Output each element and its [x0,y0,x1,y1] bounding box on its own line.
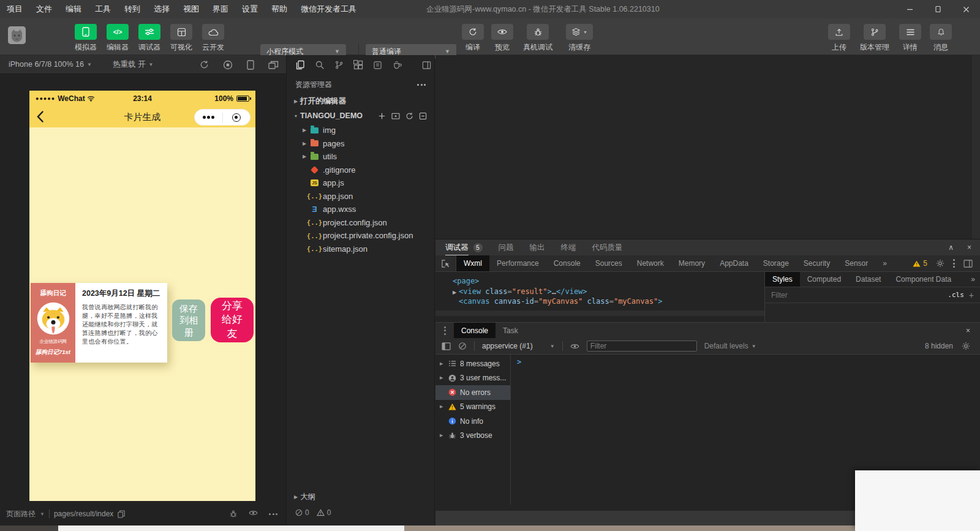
sidebar-toggle-icon[interactable] [442,342,451,350]
device-frame-icon[interactable] [247,60,254,70]
tree-item-sitemap[interactable]: {..} sitemap.json [287,243,434,256]
open-editors-section[interactable]: ▶ 打开的编辑器 [287,94,434,108]
project-root-folder[interactable]: ▼ TIANGOU_DEMO [287,109,434,122]
device-select[interactable]: iPhone 6/7/8 100% 16 ▼ [9,60,92,69]
menu-select[interactable]: 选择 [147,0,176,18]
filter-user-messages[interactable]: ▶ 3 user mess... [435,371,510,386]
tree-item-img[interactable]: ▶ img [287,124,434,137]
more-icon[interactable] [269,510,277,518]
menu-interface[interactable]: 界面 [206,0,235,18]
tab-terminal[interactable]: 终端 [561,243,576,253]
more-tabs-icon[interactable]: » [875,255,894,271]
save-to-album-button[interactable]: 保存到相册 [172,299,205,341]
maximize-button[interactable] [924,0,952,18]
filter-all-messages[interactable]: ▶ 8 messages [435,356,510,371]
tree-item-appjson[interactable]: {..} app.json [287,190,434,203]
more-tabs-icon[interactable]: » [971,272,980,287]
extensions-icon[interactable] [353,60,363,70]
styles-filter-input[interactable] [771,291,943,299]
clear-console-icon[interactable] [458,342,467,350]
tab-code-quality[interactable]: 代码质量 [592,243,623,253]
devtools-tab-appdata[interactable]: AppData [712,255,756,271]
drag-handle-icon[interactable] [435,323,454,338]
tree-item-projectconfig[interactable]: {..} project.config.json [287,216,434,230]
copy-icon[interactable] [118,510,125,518]
home-button[interactable] [223,113,251,122]
visual-toggle-button[interactable]: 可视化 [168,24,195,53]
filter-info[interactable]: No info [435,414,510,429]
editor-toggle-button[interactable]: </> 编辑器 [104,24,131,53]
horizontal-scrollbar[interactable] [435,311,764,316]
outline-section[interactable]: ▶ 大纲 [287,490,434,503]
collapse-all-icon[interactable] [419,112,427,120]
tea-icon[interactable] [392,61,402,69]
eye-icon[interactable] [570,343,579,350]
scrollbar-track[interactable] [972,55,980,239]
avatar[interactable] [8,26,26,44]
source-control-icon[interactable] [334,60,344,70]
record-icon[interactable] [223,60,233,70]
back-button[interactable] [37,111,43,122]
upload-button[interactable]: 上传 [826,24,853,53]
styles-tab-computed[interactable]: Computed [800,272,848,287]
tree-item-projectprivateconfig[interactable]: {..} project.private.config.json [287,229,434,243]
add-style-icon[interactable]: + [969,290,974,300]
menu-devtools[interactable]: 微信开发者工具 [294,0,363,18]
tab-problems[interactable]: 问题 [499,243,514,253]
tree-item-appjs[interactable]: JS app.js [287,176,434,190]
multi-window-icon[interactable] [268,61,279,69]
filter-verbose[interactable]: ▶ 3 verbose [435,429,510,443]
devtools-tab-network[interactable]: Network [630,255,671,271]
tree-item-appwxss[interactable]: Ǝ app.wxss [287,203,434,216]
messages-button[interactable]: 消息 [927,24,954,53]
gear-icon[interactable] [936,259,944,268]
refresh-icon[interactable] [405,112,413,120]
menu-edit[interactable]: 编辑 [59,0,88,18]
close-console-icon[interactable]: × [966,323,980,338]
search-icon[interactable] [315,60,325,70]
collapse-panel-icon[interactable]: ∧ [948,243,954,252]
close-panel-icon[interactable]: × [967,243,971,252]
cls-toggle[interactable]: .cls [948,291,964,299]
inspect-element-icon[interactable] [435,255,456,271]
devtools-tab-sources[interactable]: Sources [588,255,630,271]
context-select[interactable]: appservice (#1) ▼ [482,342,555,350]
split-layout-icon[interactable] [422,61,431,70]
console-tab-task[interactable]: Task [496,323,526,338]
menu-settings[interactable]: 设置 [235,0,265,18]
menu-view[interactable]: 视图 [176,0,206,18]
more-actions-icon[interactable] [417,84,426,86]
new-folder-icon[interactable] [391,112,400,120]
clear-cache-button[interactable]: ▼ 清缓存 [562,24,597,53]
wxml-tree-view[interactable]: <page>▶<view class="result">…</view><can… [435,272,764,316]
share-to-friend-button[interactable]: 分享给好友 [211,298,254,342]
debugger-toggle-button[interactable]: 调试器 [136,24,163,53]
preview-button[interactable]: 预览 [489,24,516,53]
minimize-button[interactable] [895,0,924,18]
new-file-icon[interactable] [378,112,386,120]
simulator-toggle-button[interactable]: 模拟器 [72,24,99,53]
bug-icon[interactable] [229,510,238,518]
device-debug-button[interactable]: 真机调试 [519,24,556,53]
devtools-tab-console[interactable]: Console [546,255,588,271]
close-button[interactable] [952,0,980,18]
filter-warnings[interactable]: ▶ 5 warnings [435,400,510,415]
gear-icon[interactable] [962,342,970,350]
styles-tab-componentdata[interactable]: Component Data [888,272,959,287]
version-control-button[interactable]: 版本管理 [856,24,893,53]
devtools-tab-security[interactable]: Security [796,255,837,271]
menu-help[interactable]: 帮助 [265,0,294,18]
more-button[interactable] [195,116,222,119]
tab-debugger[interactable]: 调试器 [445,243,469,253]
console-filter-input[interactable] [587,341,697,352]
log-levels-select[interactable]: Default levels ▼ [704,342,756,350]
dock-side-icon[interactable] [963,260,973,268]
warnings-indicator[interactable]: 5 [913,259,927,268]
menu-goto[interactable]: 转到 [118,0,147,18]
eye-icon[interactable] [249,510,258,518]
page-path-label[interactable]: 页面路径 [6,509,36,519]
kebab-menu-icon[interactable] [953,259,955,268]
devtools-tab-sensor[interactable]: Sensor [837,255,875,271]
hot-reload-toggle[interactable]: 热重载 开 ▼ [113,59,153,70]
details-button[interactable]: 详情 [897,24,924,53]
